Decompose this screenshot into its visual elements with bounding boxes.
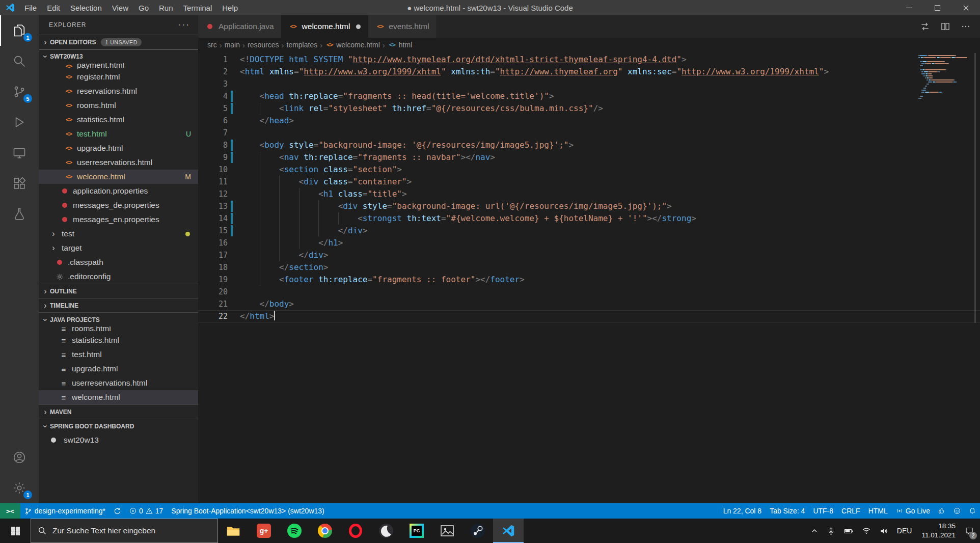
activitybar-remote-explorer[interactable] bbox=[0, 138, 39, 168]
taskbar-app-google-plus[interactable] bbox=[249, 519, 279, 543]
eol-status[interactable]: CRLF bbox=[837, 503, 864, 519]
java-project-item-welcome.html[interactable]: ≡welcome.html bbox=[39, 390, 198, 404]
sync-changes-button[interactable] bbox=[110, 503, 125, 519]
code-line-2[interactable]: 2<html xmlns="http://www.w3.org/1999/xht… bbox=[198, 66, 980, 78]
activitybar-testing[interactable] bbox=[0, 199, 39, 229]
code-line-3[interactable]: 3 bbox=[198, 78, 980, 90]
language-indicator[interactable]: DEU bbox=[892, 519, 917, 543]
open-editors-header[interactable]: OPEN EDITORS 1 UNSAVED bbox=[39, 35, 198, 49]
tab-Application.java[interactable]: Application.java bbox=[198, 15, 282, 38]
file-item-userreservations.html[interactable]: <>userreservations.html bbox=[39, 155, 198, 170]
code-line-14[interactable]: 14 <strongst th:text="#{welcome.welcome}… bbox=[198, 212, 980, 225]
code-line-13[interactable]: 13 <div style="background-image: url('@{… bbox=[198, 200, 980, 212]
action-center-icon[interactable]: 2 bbox=[961, 519, 978, 543]
file-item-messages_en.properties[interactable]: messages_en.properties bbox=[39, 212, 198, 227]
java-projects-section-header[interactable]: JAVA PROJECTS bbox=[39, 312, 198, 327]
code-line-21[interactable]: 21 </body> bbox=[198, 298, 980, 310]
taskbar-app-vscode[interactable] bbox=[493, 519, 524, 543]
split-editor-icon[interactable] bbox=[940, 21, 950, 32]
file-item-.editorconfig[interactable]: .editorconfig bbox=[39, 269, 198, 284]
file-item-messages_de.properties[interactable]: messages_de.properties bbox=[39, 198, 198, 212]
file-item-test[interactable]: test bbox=[39, 227, 198, 241]
feedback-smiley-icon[interactable] bbox=[949, 503, 965, 519]
taskbar-app-photos[interactable] bbox=[432, 519, 462, 543]
project-section-header[interactable]: SWT20W13 bbox=[39, 49, 198, 63]
taskbar-app-opera[interactable] bbox=[340, 519, 371, 543]
file-item-.classpath[interactable]: .classpath bbox=[39, 255, 198, 269]
network-tray-icon[interactable] bbox=[858, 519, 875, 543]
menu-go[interactable]: Go bbox=[133, 0, 154, 15]
code-line-5[interactable]: 5 <link rel="stylesheet" th:href="@{/res… bbox=[198, 102, 980, 115]
minimap[interactable] bbox=[918, 55, 967, 99]
breadcrumb-item-templates[interactable]: templates bbox=[287, 41, 318, 49]
open-changes-icon[interactable] bbox=[920, 21, 930, 32]
tab-welcome.html[interactable]: <>welcome.html bbox=[282, 15, 369, 38]
clock[interactable]: 18:35 11.01.2021 bbox=[916, 522, 961, 539]
outline-section-header[interactable]: OUTLINE bbox=[39, 284, 198, 298]
taskbar-search[interactable]: Zur Suche Text hier eingeben bbox=[31, 519, 218, 543]
microphone-tray-icon[interactable] bbox=[823, 519, 839, 543]
cursor-position-status[interactable]: Ln 22, Col 8 bbox=[719, 503, 766, 519]
java-project-item-statistics.html[interactable]: ≡statistics.html bbox=[39, 333, 198, 347]
code-line-18[interactable]: 18 </section> bbox=[198, 261, 980, 274]
activitybar-explorer[interactable]: 1 bbox=[0, 15, 39, 46]
file-item-payment.html[interactable]: <>payment.html bbox=[39, 63, 198, 70]
menu-help[interactable]: Help bbox=[217, 0, 243, 15]
code-line-6[interactable]: 6 </head> bbox=[198, 115, 980, 127]
activitybar-source-control[interactable]: 5 bbox=[0, 76, 39, 107]
activitybar-settings[interactable]: 1 bbox=[0, 473, 39, 503]
file-item-target[interactable]: target bbox=[39, 241, 198, 255]
code-line-19[interactable]: 19 <footer th:replace="fragments :: foot… bbox=[198, 274, 980, 286]
code-line-1[interactable]: 1<!DOCTYPE html SYSTEM "http://www.thyme… bbox=[198, 53, 980, 66]
close-button[interactable] bbox=[951, 0, 980, 15]
code-line-4[interactable]: 4 <head th:replace="fragments :: head(ti… bbox=[198, 90, 980, 102]
file-item-welcome.html[interactable]: <>welcome.htmlM bbox=[39, 170, 198, 184]
code-line-17[interactable]: 17 </div> bbox=[198, 249, 980, 261]
maven-section-header[interactable]: MAVEN bbox=[39, 404, 198, 419]
code-line-22[interactable]: 22</html> bbox=[198, 310, 980, 322]
code-line-16[interactable]: 16 </h1> bbox=[198, 237, 980, 249]
thumbs-up-icon[interactable] bbox=[934, 503, 949, 519]
battery-tray-icon[interactable] bbox=[839, 519, 858, 543]
problems-status[interactable]: 0 17 bbox=[125, 503, 167, 519]
breadcrumb-item-html[interactable]: <>html bbox=[388, 41, 412, 49]
taskbar-app-pycharm[interactable] bbox=[401, 519, 432, 543]
menu-run[interactable]: Run bbox=[154, 0, 178, 15]
file-item-rooms.html[interactable]: <>rooms.html bbox=[39, 98, 198, 113]
java-project-item-upgrade.html[interactable]: ≡upgrade.html bbox=[39, 362, 198, 376]
taskbar-app-chrome[interactable] bbox=[310, 519, 340, 543]
volume-tray-icon[interactable] bbox=[875, 519, 892, 543]
activitybar-run-debug[interactable] bbox=[0, 107, 39, 138]
taskbar-app-moon[interactable] bbox=[371, 519, 401, 543]
editor-scrollbar[interactable] bbox=[974, 53, 976, 323]
go-live-button[interactable]: Go Live bbox=[892, 503, 934, 519]
language-mode-status[interactable]: HTML bbox=[864, 503, 892, 519]
activitybar-extensions[interactable] bbox=[0, 168, 39, 199]
menu-edit[interactable]: Edit bbox=[42, 0, 65, 15]
breadcrumb-item-welcome.html[interactable]: <>welcome.html bbox=[325, 41, 380, 49]
activitybar-search[interactable] bbox=[0, 46, 39, 76]
code-line-12[interactable]: 12 <h1 class="title"> bbox=[198, 188, 980, 200]
remote-indicator[interactable]: >< bbox=[0, 503, 20, 519]
java-project-item-rooms.html[interactable]: ≡rooms.html bbox=[39, 327, 198, 333]
code-line-10[interactable]: 10 <section class="section"> bbox=[198, 164, 980, 176]
git-branch-status[interactable]: design-experimenting* bbox=[20, 503, 110, 519]
java-project-item-userreservations.html[interactable]: ≡userreservations.html bbox=[39, 376, 198, 390]
menu-file[interactable]: File bbox=[19, 0, 42, 15]
menu-view[interactable]: View bbox=[107, 0, 133, 15]
activitybar-accounts[interactable] bbox=[0, 442, 39, 473]
file-item-statistics.html[interactable]: <>statistics.html bbox=[39, 113, 198, 127]
code-line-20[interactable]: 20 bbox=[198, 286, 980, 298]
minimize-button[interactable] bbox=[894, 0, 923, 15]
taskbar-app-steam[interactable] bbox=[462, 519, 493, 543]
code-editor[interactable]: 1<!DOCTYPE html SYSTEM "http://www.thyme… bbox=[198, 52, 980, 503]
file-item-reservations.html[interactable]: <>reservations.html bbox=[39, 84, 198, 98]
breadcrumb-item-src[interactable]: src bbox=[207, 41, 217, 49]
hidden-icons-chevron[interactable] bbox=[806, 519, 823, 543]
code-line-9[interactable]: 9 <nav th:replace="fragments :: navbar">… bbox=[198, 151, 980, 164]
notifications-bell-icon[interactable] bbox=[965, 503, 980, 519]
more-actions-icon[interactable] bbox=[961, 21, 971, 32]
code-line-15[interactable]: 15 </div> bbox=[198, 225, 980, 237]
taskbar-app-explorer[interactable] bbox=[218, 519, 249, 543]
code-line-7[interactable]: 7 bbox=[198, 127, 980, 139]
